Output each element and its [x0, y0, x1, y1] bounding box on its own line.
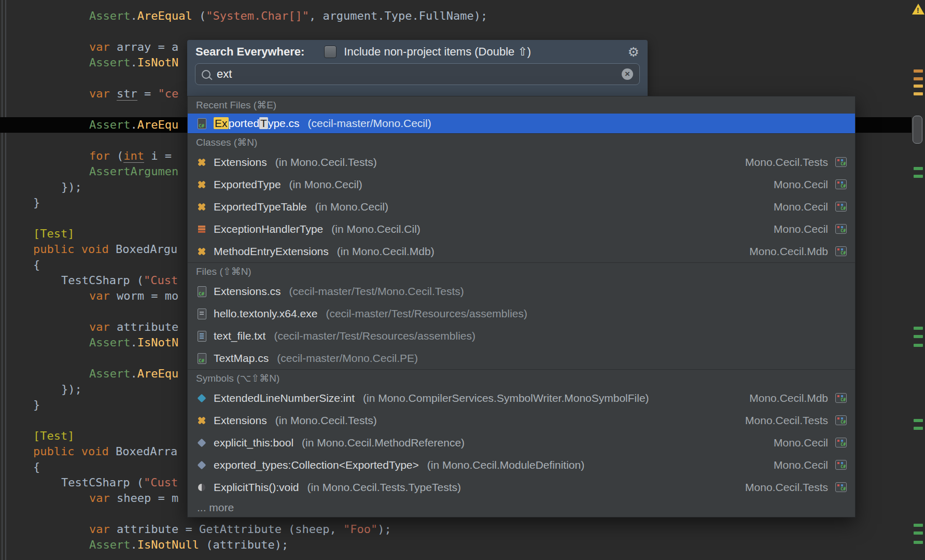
stripe-mark[interactable] — [914, 531, 923, 535]
stripe-mark[interactable] — [914, 335, 923, 338]
more-item[interactable]: ... more — [188, 498, 855, 517]
module-label: Mono.Cecil.Tests — [745, 481, 828, 494]
code-line[interactable] — [0, 24, 912, 39]
code-token: "System.Char[]" — [206, 9, 309, 22]
field2-icon — [196, 459, 207, 471]
code-token: array = a — [110, 40, 178, 53]
scrollbar-thumb[interactable] — [913, 116, 922, 144]
module-label: Mono.Cecil — [774, 223, 828, 235]
stripe-mark[interactable] — [914, 92, 923, 95]
search-icon — [202, 70, 211, 79]
stripe-mark[interactable] — [914, 524, 923, 527]
code-token: AssertArgumen — [89, 165, 178, 178]
code-token: attribute — [110, 320, 178, 333]
result-item[interactable]: Extensions(in Mono.Cecil.Tests)Mono.Ceci… — [188, 151, 855, 173]
code-token: ( — [110, 149, 124, 162]
code-line[interactable]: Assert.AreEqual ("System.Char[]", argume… — [0, 8, 912, 24]
code-token: ); — [377, 523, 391, 536]
code-token: BoxedArra — [109, 445, 177, 458]
warning-triangle-icon[interactable] — [912, 4, 924, 15]
search-query-text: ext — [217, 67, 232, 81]
result-name: Extensions — [214, 156, 267, 169]
code-token: AreEqu — [137, 118, 178, 131]
result-item[interactable]: Extensions(in Mono.Cecil.Tests)Mono.Ceci… — [188, 409, 855, 431]
clear-icon[interactable] — [622, 68, 633, 80]
stripe-mark[interactable] — [914, 167, 923, 170]
search-input[interactable]: ext — [195, 63, 640, 85]
code-token: } — [33, 398, 40, 411]
code-token: IsNotN — [137, 336, 178, 349]
result-name: Extensions — [214, 414, 267, 427]
code-token: }); — [61, 383, 82, 396]
stripe-mark[interactable] — [914, 327, 923, 330]
popup-title: Search Everywhere: — [195, 45, 304, 59]
code-token: , argument.Type.FullName); — [309, 9, 487, 22]
gear-icon[interactable] — [628, 46, 639, 59]
result-name: ExtendedLineNumberSize:int — [214, 392, 355, 404]
code-token: [Test] — [33, 429, 74, 442]
stripe-mark[interactable] — [914, 541, 923, 544]
code-token: "Cust — [144, 274, 178, 287]
class-icon — [196, 246, 207, 257]
code-token: Assert — [89, 538, 130, 551]
result-item[interactable]: exported_types:Collection<ExportedType>(… — [188, 454, 855, 476]
code-token: sheep = m — [110, 492, 178, 505]
result-item[interactable]: ExceptionHandlerType(in Mono.Cecil.Cil)M… — [188, 218, 855, 240]
result-name: Extensions.cs — [214, 285, 281, 298]
code-token: } — [33, 196, 40, 209]
result-desc: (cecil-master/Test/Mono.Cecil.Tests) — [289, 285, 464, 298]
stripe-mark[interactable] — [914, 427, 923, 430]
section-header: Symbols (⌥⇧⌘N) — [188, 369, 855, 387]
stripe-mark[interactable] — [914, 419, 923, 422]
code-token: . — [130, 56, 137, 69]
result-desc: (cecil-master/Test/Resources/assemblies) — [274, 330, 475, 342]
result-item[interactable]: text_file.txt(cecil-master/Test/Resource… — [188, 325, 855, 347]
module-label: Mono.Cecil — [774, 178, 828, 191]
result-item[interactable]: ExportedType.cs(cecil-master/Mono.Cecil) — [188, 114, 855, 133]
result-name: TextMap.cs — [214, 352, 269, 365]
result-item[interactable]: ExportedTypeTable(in Mono.Cecil)Mono.Cec… — [188, 195, 855, 218]
code-token: IsNotN — [137, 56, 178, 69]
csharp-module-icon — [835, 460, 847, 470]
file-cs-icon — [196, 118, 207, 129]
result-desc: (cecil-master/Mono.Cecil) — [308, 117, 431, 130]
results-list: Recent Files (⌘E)ExportedType.cs(cecil-m… — [187, 96, 856, 517]
result-item[interactable]: explicit_this:bool(in Mono.Cecil.MethodR… — [188, 431, 855, 454]
code-token: IsNotNull — [137, 538, 199, 551]
include-non-project-checkbox[interactable] — [324, 46, 337, 58]
csharp-module-icon — [835, 393, 847, 403]
result-item[interactable]: ExplicitThis():void(in Mono.Cecil.Tests.… — [188, 476, 855, 498]
csharp-module-icon — [835, 179, 847, 189]
csharp-module-icon — [835, 482, 847, 492]
stripe-mark[interactable] — [914, 77, 923, 80]
code-token: "Cust — [144, 476, 178, 489]
code-token: Assert — [89, 9, 130, 22]
result-name: text_file.txt — [214, 330, 265, 342]
result-item[interactable]: hello.textonly.x64.exe(cecil-master/Test… — [188, 302, 855, 325]
file-txt-icon — [196, 330, 207, 342]
code-token: var — [89, 492, 110, 505]
popup-title-row: Search Everywhere: Include non-project i… — [187, 40, 648, 63]
code-line[interactable]: var attribute = GetAttribute (sheep, "Fo… — [0, 522, 912, 537]
result-item[interactable]: TextMap.cs(cecil-master/Mono.Cecil.PE) — [188, 347, 855, 369]
code-line[interactable]: Assert.IsNotNull (attribute); — [0, 537, 912, 553]
code-token: attribute = GetAttribute (sheep, — [110, 523, 343, 536]
result-desc: (in Mono.Cecil.Cil) — [331, 223, 421, 235]
code-token: . — [130, 538, 137, 551]
stripe-mark[interactable] — [914, 85, 923, 88]
result-item[interactable]: ExportedType(in Mono.Cecil)Mono.Cecil — [188, 173, 855, 195]
code-token: var — [89, 523, 110, 536]
result-item[interactable]: MethodEntryExtensions(in Mono.Cecil.Mdb)… — [188, 240, 855, 262]
section-header: Classes (⌘N) — [188, 133, 855, 151]
method-icon — [196, 482, 207, 493]
result-item[interactable]: ExtendedLineNumberSize:int(in Mono.Compi… — [188, 387, 855, 409]
stripe-mark[interactable] — [914, 175, 923, 178]
code-token: }); — [61, 180, 82, 193]
module-label: Mono.Cecil — [774, 201, 828, 213]
stripe-mark[interactable] — [914, 344, 923, 347]
stripe-mark[interactable] — [914, 69, 923, 73]
result-item[interactable]: Extensions.cs(cecil-master/Test/Mono.Cec… — [188, 280, 855, 302]
result-desc: (in Mono.Cecil.Mdb) — [337, 245, 435, 258]
csharp-module-icon — [835, 157, 847, 167]
code-token: . — [130, 118, 137, 131]
